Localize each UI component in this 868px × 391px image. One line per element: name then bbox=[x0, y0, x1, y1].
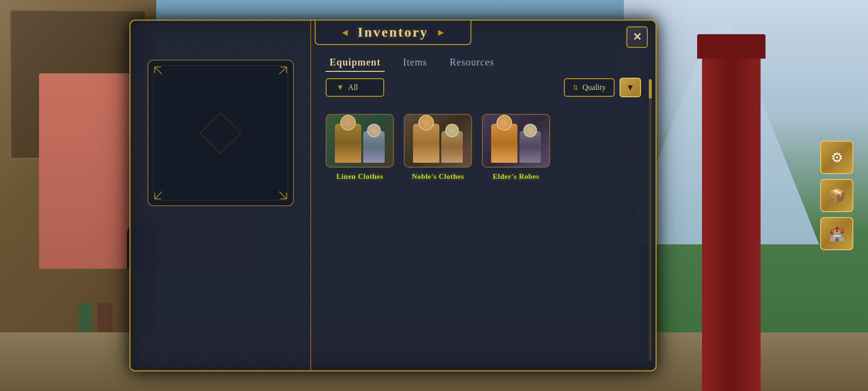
title-arrow-right: ► bbox=[436, 27, 446, 38]
settings-button[interactable]: ⚙ bbox=[820, 141, 853, 174]
elder-figure-2 bbox=[519, 131, 541, 163]
scroll-thumb[interactable] bbox=[649, 79, 652, 99]
noble-figure-2 bbox=[441, 131, 463, 163]
item-nobles-image bbox=[404, 114, 472, 168]
right-action-icons: ⚙ 📦 🏰 bbox=[820, 141, 853, 250]
tab-bar: Equipment Items Resources bbox=[321, 55, 646, 70]
svg-line-3 bbox=[279, 67, 287, 74]
dropdown-arrow-icon: ▼ bbox=[626, 83, 635, 93]
left-preview-panel bbox=[130, 21, 311, 370]
settings-icon: ⚙ bbox=[831, 150, 843, 166]
corner-decoration-br bbox=[269, 182, 289, 201]
filter-all-button[interactable]: ▼ All bbox=[326, 78, 384, 97]
svg-line-0 bbox=[155, 67, 162, 74]
quality-label: Quality bbox=[582, 83, 606, 92]
corner-decoration-tr bbox=[269, 65, 289, 84]
linen-figure-2 bbox=[363, 131, 385, 163]
tab-resources[interactable]: Resources bbox=[446, 55, 498, 70]
item-nobles-label: Noble's Clothes bbox=[412, 173, 464, 181]
item-elders-image bbox=[482, 114, 550, 168]
noble-figure-1 bbox=[413, 124, 439, 163]
dropdown-button[interactable]: ▼ bbox=[620, 78, 641, 97]
quality-sort-button[interactable]: ⇅ Quality bbox=[564, 78, 615, 97]
scroll-track bbox=[649, 79, 652, 361]
close-button[interactable]: ✕ bbox=[626, 26, 648, 48]
item-nobles-clothes[interactable]: Noble's Clothes bbox=[404, 114, 472, 181]
title-arrow-left: ◄ bbox=[340, 27, 350, 38]
item-elders-label: Elder's Robes bbox=[493, 173, 539, 181]
corner-decoration-bl bbox=[152, 182, 172, 201]
corner-decoration-tl bbox=[152, 65, 172, 84]
tower-right bbox=[702, 49, 761, 391]
chest-icon: 📦 bbox=[828, 188, 846, 204]
preview-center-decoration bbox=[200, 112, 241, 154]
filter-label: All bbox=[348, 83, 358, 92]
item-linen-clothes[interactable]: Linen Clothes bbox=[326, 114, 394, 181]
right-content-panel: Equipment Items Resources ▼ All ⇅ Qualit… bbox=[311, 21, 656, 370]
item-elders-robes[interactable]: Elder's Robes bbox=[482, 114, 550, 181]
quality-sort-icon: ⇅ bbox=[573, 84, 579, 92]
filter-bar: ▼ All ⇅ Quality ▼ bbox=[321, 78, 646, 97]
items-grid: Linen Clothes Noble's Clothes bbox=[321, 109, 646, 361]
panel-title: Inventory bbox=[357, 24, 428, 40]
chest-button[interactable]: 📦 bbox=[820, 179, 853, 212]
elders-figures bbox=[483, 115, 549, 167]
item-preview-box bbox=[147, 60, 294, 206]
svg-line-9 bbox=[279, 192, 287, 199]
svg-line-6 bbox=[155, 192, 162, 199]
elder-figure-1 bbox=[491, 124, 517, 163]
tab-equipment[interactable]: Equipment bbox=[326, 55, 385, 70]
linen-figures bbox=[327, 115, 393, 167]
item-linen-image bbox=[326, 114, 394, 168]
filter-icon: ▼ bbox=[336, 83, 344, 92]
close-icon: ✕ bbox=[633, 31, 641, 43]
tab-items[interactable]: Items bbox=[399, 55, 431, 70]
title-bar: ◄ Inventory ► bbox=[315, 20, 472, 45]
character-1 bbox=[78, 303, 93, 332]
nobles-figures bbox=[405, 115, 471, 167]
character-2 bbox=[98, 303, 112, 332]
castle-button[interactable]: 🏰 bbox=[820, 217, 853, 250]
item-linen-label: Linen Clothes bbox=[336, 173, 383, 181]
inventory-panel: ◄ Inventory ► ✕ Equipme bbox=[129, 20, 657, 371]
linen-figure-1 bbox=[335, 124, 361, 163]
castle-icon: 🏰 bbox=[828, 226, 846, 242]
